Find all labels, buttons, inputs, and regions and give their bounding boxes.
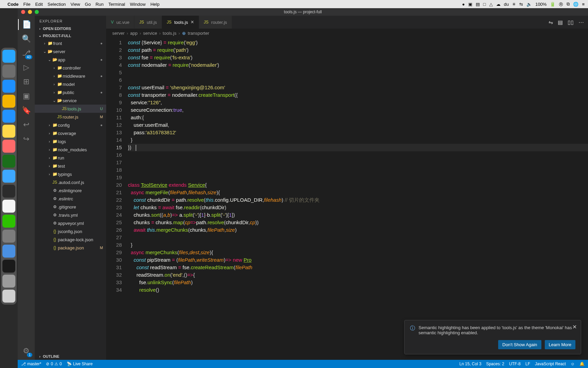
activity-scm[interactable]: ⎇43 — [21, 48, 32, 59]
dock-vscode[interactable] — [2, 185, 15, 198]
activity-search[interactable]: 🔍 — [21, 33, 32, 44]
dock-chrome[interactable] — [2, 95, 15, 108]
folder-service[interactable]: ⌄📂service — [35, 96, 106, 105]
menu-go[interactable]: Go — [85, 2, 91, 7]
file-.eslintignore[interactable]: ⚙.eslintignore — [35, 186, 106, 195]
statusmenu-battery[interactable]: 100% — [535, 2, 546, 7]
code-line[interactable]: const pipStream = (filePath,writeStream)… — [128, 256, 588, 264]
statusmenu-7[interactable]: ✳ — [512, 2, 516, 7]
statusmenu-15[interactable]: ≡ — [582, 2, 585, 7]
code-line[interactable]: } — [128, 136, 588, 144]
activity-remote[interactable]: ▣ — [21, 91, 32, 102]
code-line[interactable]: const chunkdDir = path.resolve(this.conf… — [128, 196, 588, 204]
code-line[interactable]: service:"126", — [128, 99, 588, 106]
file-tools.js[interactable]: JStools.jsU — [35, 105, 106, 113]
dock-app1[interactable] — [2, 245, 15, 258]
breadcrumb-segment[interactable]: tools.js — [163, 31, 176, 36]
file-appveyor.yml[interactable]: ⚙appveyor.yml — [35, 219, 106, 227]
zoom-window-icon[interactable] — [35, 10, 39, 14]
activity-run-debug[interactable]: ▷ — [21, 62, 32, 73]
code-line[interactable] — [128, 174, 588, 181]
statusmenu-12[interactable]: ⦿ — [559, 2, 563, 7]
code-line[interactable] — [128, 166, 588, 174]
folder-test[interactable]: ›📁test — [35, 162, 106, 170]
dock-terminal[interactable] — [2, 155, 15, 168]
code-line[interactable]: const userEmail = 'shengxinjing@126.com' — [128, 84, 588, 91]
menu-terminal[interactable]: Terminal — [109, 2, 125, 7]
code-line[interactable]: let chunks = await fse.readdir(chunkdDir… — [128, 204, 588, 211]
code-line[interactable]: async mergeChunks(files,dest,size){ — [128, 249, 588, 256]
code-editor[interactable]: 1234567891011121314151617181920212223242… — [106, 37, 588, 360]
activity-back[interactable]: ↩ — [21, 119, 32, 130]
tab-action-2[interactable]: ▯▯ — [568, 19, 574, 26]
close-icon[interactable]: ✕ — [572, 324, 577, 330]
close-tab-icon[interactable]: × — [191, 19, 194, 25]
file-.eslintrc[interactable]: ⚙.eslintrc — [35, 195, 106, 203]
statusmenu-9[interactable]: 🔈 — [526, 2, 532, 7]
code-line[interactable]: await this.mergeChunks(chunks,filePath,s… — [128, 226, 588, 234]
code-line[interactable]: chunks = chunks.map(cp=>path.resolve(chu… — [128, 219, 588, 226]
indent[interactable]: Spaces: 2 — [486, 362, 504, 366]
git-branch[interactable]: ⎇ master* — [21, 362, 41, 366]
menu-file[interactable]: File — [23, 2, 31, 7]
dock-wechat[interactable] — [2, 215, 15, 228]
file-.gitignore[interactable]: ⚙.gitignore — [35, 203, 106, 211]
file-router.js[interactable]: JSrouter.jsM — [35, 113, 106, 121]
file-jsconfig.json[interactable]: {}jsconfig.json — [35, 227, 106, 235]
code-line[interactable]: const path = require('path') — [128, 46, 588, 54]
folder-server[interactable]: ⌄📂server — [35, 47, 106, 56]
dock-text[interactable] — [2, 200, 15, 213]
breadcrumb[interactable]: server›app›service›tools.js›⊕transporter — [106, 29, 588, 37]
folder-typings[interactable]: ›📁typings — [35, 170, 106, 178]
folder-app[interactable]: ⌄📂app● — [35, 56, 106, 64]
learn-more-button[interactable]: Learn More — [545, 340, 575, 349]
dock-launchpad[interactable] — [2, 65, 15, 78]
tab-tools.js[interactable]: JStools.js× — [162, 16, 199, 29]
folder-model[interactable]: ›📁model — [35, 80, 106, 88]
statusmenu-4[interactable]: △ — [489, 2, 493, 7]
code-line[interactable]: fse.unlinkSync(filePath) — [128, 279, 588, 286]
dont-show-again-button[interactable]: Don't Show Again — [498, 340, 541, 349]
folder-node_modules[interactable]: ›📁node_modules — [35, 145, 106, 154]
dock-mail[interactable] — [2, 110, 15, 123]
statusmenu-11[interactable]: 🔋 — [550, 2, 555, 7]
code-line[interactable] — [128, 69, 588, 76]
minimize-window-icon[interactable] — [28, 10, 32, 14]
code-line[interactable]: pass:'a316783812' — [128, 129, 588, 136]
code-line[interactable]: readStream.on('end',()=>{ — [128, 271, 588, 279]
live-share[interactable]: 📡 Live Share — [67, 362, 93, 366]
statusmenu-6[interactable]: du — [504, 2, 509, 7]
statusmenu-1[interactable]: ▣ — [468, 2, 472, 7]
statusmenu-5[interactable]: ☁ — [496, 2, 501, 7]
menu-edit[interactable]: Edit — [35, 2, 43, 7]
notifications-icon[interactable]: 🔔 — [579, 362, 585, 366]
code-content[interactable]: const {Service} = require('egg')const pa… — [128, 37, 588, 360]
activity-explorer[interactable]: 📄 — [18, 19, 34, 30]
code-line[interactable]: const fse = require('fs-extra') — [128, 54, 588, 61]
problems[interactable]: ⊘ 0 ⚠ 0 — [46, 362, 62, 366]
code-line[interactable]: const transporter = nodemailer.createTra… — [128, 91, 588, 99]
statusmenu-8[interactable]: ⇆ — [519, 2, 523, 7]
dock-notes[interactable] — [2, 125, 15, 138]
code-line[interactable]: chunks.sort((a,b)=> a.split('-')[1]-b.sp… — [128, 211, 588, 219]
dock-finder[interactable] — [2, 50, 15, 63]
code-line[interactable]: resolve() — [128, 286, 588, 294]
folder-controller[interactable]: ›📁controller — [35, 64, 106, 72]
code-line[interactable]: } — [128, 241, 588, 249]
folder-logs[interactable]: ›📁logs — [35, 137, 106, 145]
code-line[interactable]: const readStream = fse.createReadStream(… — [128, 264, 588, 271]
encoding[interactable]: UTF-8 — [509, 362, 521, 366]
language-mode[interactable]: JavaScript React — [535, 362, 566, 366]
statusmenu-3[interactable]: □ — [483, 2, 486, 7]
code-line[interactable] — [128, 159, 588, 166]
code-line[interactable]: async mergeFile(filePath,filehash,size){ — [128, 189, 588, 196]
menu-help[interactable]: Help — [150, 2, 160, 7]
outline-section[interactable]: › OUTLINE — [35, 353, 106, 360]
tab-router.js[interactable]: JSrouter.js — [199, 16, 232, 29]
activity-forward[interactable]: ↪ — [21, 134, 32, 144]
code-line[interactable]: secureConnection:true, — [128, 106, 588, 114]
folder-coverage[interactable]: ›📁coverage — [35, 129, 106, 137]
menu-selection[interactable]: Selection — [48, 2, 66, 7]
dock-music[interactable] — [2, 170, 15, 183]
code-line[interactable]: const nodemailer = require('nodemailer') — [128, 61, 588, 69]
